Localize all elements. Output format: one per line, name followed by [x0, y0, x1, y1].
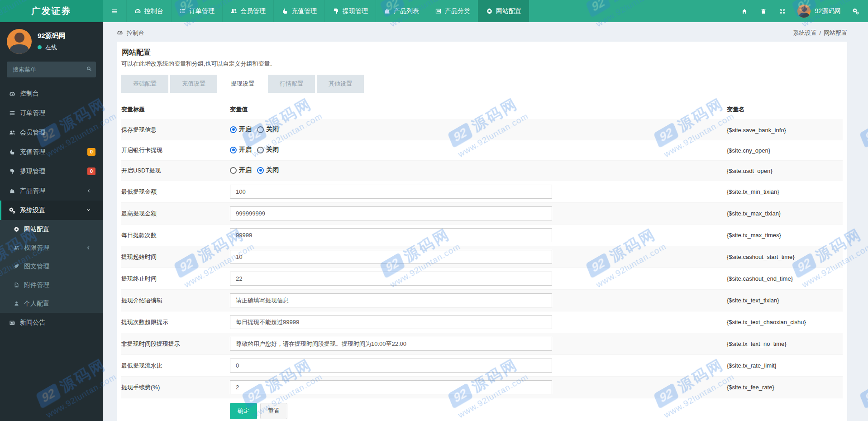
sidebar-item-articles[interactable]: 图文管理 [0, 257, 103, 276]
sidebar-item-label: 订单管理 [20, 109, 95, 117]
tab-market[interactable]: 行情配置 [268, 75, 315, 93]
reset-button[interactable]: 重置 [260, 403, 287, 419]
nav-item-label: 订单管理 [189, 7, 215, 15]
table-row: 每日提款次数{$site.tx_max_times} [121, 224, 843, 246]
row-label: 提现次数超限提示 [121, 318, 230, 326]
nav-item-console[interactable]: 控制台 [126, 0, 171, 22]
table-row: 提现次数超限提示{$site.tx_text_chaoxian_cishu} [121, 311, 843, 333]
grid-icon [435, 8, 442, 14]
sidebar-item-attachments[interactable]: 附件管理 [0, 276, 103, 294]
sidebar-toggle-button[interactable] [103, 0, 126, 22]
bag-icon [9, 188, 15, 194]
radio-option-off[interactable]: 关闭 [257, 146, 279, 154]
config-tabs: 基础配置充值设置提现设置行情配置其他设置 [121, 75, 843, 93]
sidebar-search-input[interactable] [7, 62, 96, 77]
config-input[interactable] [230, 337, 552, 351]
sidebar-item-withdraw[interactable]: 提现管理0 [0, 162, 103, 181]
radio-option-off[interactable]: 关闭 [257, 125, 279, 134]
config-input[interactable] [230, 359, 552, 373]
sidebar-item-members[interactable]: 会员管理 [0, 123, 103, 142]
radio-selected-icon[interactable] [257, 167, 264, 174]
config-input[interactable] [230, 272, 552, 286]
breadcrumb-trail: 系统设置/网站配置 [793, 29, 847, 37]
cogs-icon [853, 8, 859, 14]
expand-button[interactable] [773, 0, 792, 22]
sidebar-item-profile[interactable]: 个人配置 [0, 294, 103, 313]
nav-item-label: 控制台 [144, 7, 163, 15]
top-navbar: 广发证券 控制台订单管理会员管理充值管理提现管理产品列表产品分类网站配置 92源… [0, 0, 868, 22]
users-icon [9, 129, 15, 136]
config-input[interactable] [230, 185, 552, 199]
config-input[interactable] [230, 250, 552, 264]
radio-unselected-icon[interactable] [257, 147, 264, 153]
config-input[interactable] [230, 380, 552, 394]
sidebar-item-console[interactable]: 控制台 [0, 84, 103, 103]
sidebar-item-recharge[interactable]: 充值管理0 [0, 142, 103, 162]
radio-option-off[interactable]: 关闭 [257, 166, 279, 174]
row-value: 开启关闭 [230, 146, 727, 155]
tab-recharge[interactable]: 充值设置 [170, 75, 217, 93]
nav-item-orders[interactable]: 订单管理 [171, 0, 222, 22]
radio-option-on[interactable]: 开启 [230, 166, 252, 174]
home-button[interactable] [735, 0, 754, 22]
variable-name: {$site.cashout_start_time} [727, 254, 843, 260]
trash-button[interactable] [754, 0, 773, 22]
avatar [797, 5, 811, 18]
nav-item-product-category[interactable]: 产品分类 [427, 0, 478, 22]
sidebar-item-orders[interactable]: 订单管理 [0, 103, 103, 123]
radio-selected-icon[interactable] [230, 147, 237, 153]
sidebar-item-system[interactable]: 系统设置 [0, 201, 103, 220]
table-row: 开启银行卡提现开启关闭{$site.cny_open} [121, 140, 843, 160]
radio-selected-icon[interactable] [230, 126, 237, 133]
config-input[interactable] [230, 228, 552, 242]
tab-basic[interactable]: 基础配置 [121, 75, 168, 93]
nav-item-site-config[interactable]: 网站配置 [478, 0, 529, 22]
hand-up-icon [281, 8, 288, 14]
sidebar-item-site-config[interactable]: 网站配置 [0, 220, 103, 239]
tab-withdraw[interactable]: 提现设置 [219, 75, 266, 93]
expand-icon [779, 8, 786, 14]
cogs-button[interactable] [846, 0, 865, 22]
row-label: 提现介绍语编辑 [121, 297, 230, 305]
radio-option-on[interactable]: 开启 [230, 125, 252, 134]
user-menu-label: 92源码网 [815, 7, 841, 15]
nav-item-label: 会员管理 [240, 7, 266, 15]
config-input[interactable] [230, 206, 552, 220]
nav-item-members[interactable]: 会员管理 [222, 0, 273, 22]
list-icon [9, 110, 15, 116]
dashboard-icon [9, 91, 15, 97]
search-icon-button[interactable] [86, 66, 92, 73]
row-label: 最高提现金额 [121, 210, 230, 218]
breadcrumb-link[interactable]: 系统设置 [793, 29, 816, 36]
user-menu[interactable]: 92源码网 [792, 0, 846, 22]
breadcrumb-link[interactable]: 网站配置 [824, 29, 847, 36]
nav-item-withdraw[interactable]: 提现管理 [324, 0, 376, 22]
nav-item-recharge[interactable]: 充值管理 [273, 0, 324, 22]
tab-other[interactable]: 其他设置 [317, 75, 364, 93]
table-row: 提现介绍语编辑{$site.tx_text_tixian} [121, 289, 843, 311]
table-row: 最低提现流水比{$site.tx_rate_limit} [121, 354, 843, 376]
row-value [230, 185, 727, 199]
breadcrumb[interactable]: 控制台 [117, 29, 144, 37]
sidebar-item-auth[interactable]: 权限管理 [0, 239, 103, 257]
variable-name: {$site.tx_text_tixian} [727, 297, 843, 304]
chevron-left-icon [86, 188, 95, 193]
sidebar-item-label: 充值管理 [20, 148, 87, 156]
radio-unselected-icon[interactable] [230, 167, 237, 174]
table-row: 最高提现金额{$site.tx_max_tixian} [121, 202, 843, 224]
nav-item-product-list[interactable]: 产品列表 [376, 0, 427, 22]
table-row: 保存提现信息开启关闭{$site.save_bank_info} [121, 120, 843, 140]
radio-option-label: 开启 [239, 125, 252, 134]
column-header: 变量值 [230, 105, 727, 114]
submit-button[interactable]: 确定 [230, 403, 257, 419]
config-input[interactable] [230, 315, 552, 329]
nav-item-label: 产品分类 [445, 7, 470, 15]
row-value [230, 293, 727, 307]
sidebar-item-products[interactable]: 产品管理 [0, 181, 103, 201]
chev-down-icon [86, 208, 91, 213]
config-input[interactable] [230, 293, 552, 307]
sidebar-item-news[interactable]: 新闻公告 [0, 313, 103, 332]
breadcrumb-home-label[interactable]: 控制台 [127, 29, 144, 37]
radio-option-on[interactable]: 开启 [230, 146, 252, 154]
radio-unselected-icon[interactable] [257, 126, 264, 133]
